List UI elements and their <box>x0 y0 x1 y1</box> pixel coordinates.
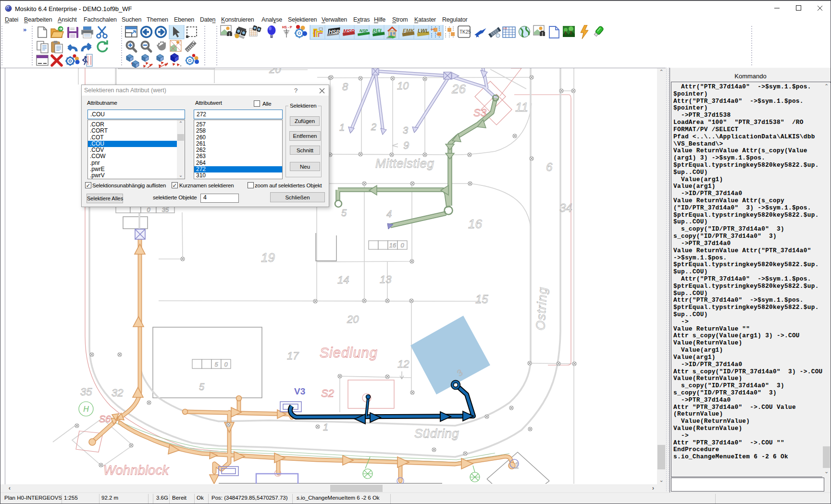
svg-text:0: 0 <box>224 361 228 368</box>
svg-text:3: 3 <box>403 125 408 135</box>
svg-text:8: 8 <box>342 81 348 93</box>
svg-text:32: 32 <box>112 387 123 399</box>
svg-text:V3: V3 <box>294 386 305 396</box>
svg-text:20: 20 <box>347 313 359 325</box>
svg-text:19: 19 <box>261 250 275 265</box>
svg-text:35: 35 <box>162 206 169 213</box>
svg-text:1: 1 <box>323 422 328 432</box>
svg-text:2: 2 <box>371 122 376 132</box>
svg-text:0: 0 <box>400 242 404 249</box>
svg-text:5: 5 <box>341 208 347 218</box>
svg-text:FMK: FMK <box>403 28 415 34</box>
svg-text:16: 16 <box>468 217 482 231</box>
svg-text:14: 14 <box>337 274 349 286</box>
svg-text:9: 9 <box>403 139 409 151</box>
svg-text:1: 1 <box>514 461 519 470</box>
svg-text:4: 4 <box>386 209 392 219</box>
svg-text:13: 13 <box>380 273 392 285</box>
svg-text:15: 15 <box>475 293 488 306</box>
svg-text:6: 6 <box>546 160 553 173</box>
svg-text:16: 16 <box>389 242 397 249</box>
svg-text:35: 35 <box>80 386 92 398</box>
svg-text:NSP: NSP <box>360 28 368 33</box>
svg-text:34: 34 <box>559 201 572 214</box>
svg-text:20: 20 <box>269 68 281 75</box>
svg-text:BEL: BEL <box>372 28 383 34</box>
svg-text:5: 5 <box>214 361 218 368</box>
svg-text:TK25: TK25 <box>459 29 471 35</box>
svg-text:LWL: LWL <box>418 28 429 34</box>
svg-text:5: 5 <box>199 381 205 392</box>
svg-text:S3: S3 <box>473 107 487 119</box>
svg-text:10: 10 <box>397 80 409 92</box>
svg-text:Ostring: Ostring <box>533 286 550 331</box>
svg-text:MSP: MSP <box>343 28 355 34</box>
svg-text:11: 11 <box>515 100 528 114</box>
svg-text:0: 0 <box>147 206 150 213</box>
svg-text:26: 26 <box>451 82 466 96</box>
svg-text:S2: S2 <box>321 387 334 399</box>
svg-text:HSP: HSP <box>329 29 340 35</box>
svg-text:Mittelstieg: Mittelstieg <box>375 156 434 171</box>
svg-text:Siedlung: Siedlung <box>320 345 378 360</box>
svg-text:H: H <box>83 405 89 413</box>
svg-text:A B: A B <box>503 27 507 30</box>
svg-text:HS - P: HS - P <box>282 25 292 29</box>
svg-text:1: 1 <box>339 122 345 133</box>
svg-text:17: 17 <box>287 350 299 362</box>
svg-text:S6: S6 <box>99 414 111 424</box>
svg-text:12: 12 <box>397 358 409 370</box>
svg-text:Südring: Südring <box>414 426 459 441</box>
svg-text:Wohnblock: Wohnblock <box>103 463 169 478</box>
